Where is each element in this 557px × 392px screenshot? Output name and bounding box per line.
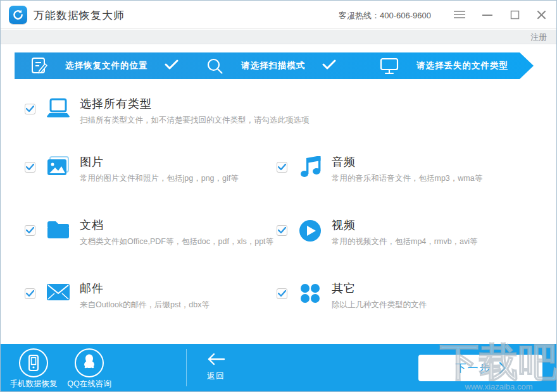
step-label: 选择恢复文件的位置 (65, 60, 148, 71)
close-icon[interactable] (534, 8, 548, 21)
phone-icon (27, 354, 40, 372)
service-hotline: 客服热线：400-606-9600 (339, 10, 431, 21)
back-label: 返回 (197, 371, 235, 382)
images-checkbox[interactable] (25, 162, 35, 173)
file-type-desc: 除以上几种文件类型的文件 (332, 300, 427, 310)
next-step-label: 下一步 (456, 361, 492, 376)
file-type-other[interactable]: 其它 除以上几种文件类型的文件 (277, 280, 427, 310)
file-type-desc: 扫描所有类型文件，如不清楚要找回的文件类型，请勾选此项选项 (80, 115, 310, 126)
footer-divider (186, 349, 187, 386)
file-type-email[interactable]: 邮件 来自Outlook的邮件，后缀pst，dbx等 (25, 280, 210, 310)
step-scan-mode: 请选择扫描模式 (181, 52, 353, 79)
qq-penguin-icon (81, 353, 97, 372)
file-type-video[interactable]: 视频 常用的视频文件，包括mp4，rmvb，avi等 (277, 217, 478, 247)
music-icon (297, 156, 323, 178)
file-type-title: 邮件 (80, 280, 210, 297)
file-type-panel: 选择所有类型 扫描所有类型文件，如不清楚要找回的文件类型，请勾选此项选项 图片 … (1, 79, 556, 344)
minimize-icon[interactable] (480, 8, 494, 21)
audio-checkbox[interactable] (277, 162, 287, 173)
maximize-icon[interactable] (508, 8, 522, 21)
title-bar: 万能数据恢复大师 客服热线：400-606-9600 (1, 1, 556, 29)
register-link[interactable]: 注册 (530, 32, 547, 43)
step-completed-check-icon (322, 59, 336, 72)
dots-grid-icon (297, 283, 323, 304)
phone-recovery-button[interactable] (19, 348, 48, 377)
file-type-desc: 文档类文件如Office,PDF等，包括doc，pdf，xls，ppt等 (80, 236, 273, 247)
file-type-audio[interactable]: 音频 常用的音乐和语音文件，包括mp3，wma等 (277, 154, 482, 184)
file-type-documents[interactable]: 文档 文档类文件如Office,PDF等，包括doc，pdf，xls，ppt等 (25, 217, 273, 247)
search-icon (206, 58, 223, 75)
file-type-title: 其它 (332, 280, 427, 297)
file-type-desc: 常用的视频文件，包括mp4，rmvb，avi等 (332, 236, 478, 247)
app-title: 万能数据恢复大师 (34, 8, 125, 23)
image-icon (46, 156, 71, 176)
documents-checkbox[interactable] (25, 225, 35, 236)
monitor-icon (380, 58, 399, 75)
file-type-title: 图片 (80, 154, 239, 170)
video-checkbox[interactable] (277, 225, 287, 236)
email-checkbox[interactable] (25, 288, 35, 299)
select-all-checkbox[interactable] (25, 104, 35, 114)
file-type-images[interactable]: 图片 常用的图片文件和照片，包括jpg，png，gif等 (25, 154, 239, 184)
step-completed-check-icon (165, 59, 178, 72)
step-separator-chevron (163, 1, 179, 27)
other-checkbox[interactable] (277, 288, 287, 299)
file-type-title: 音频 (332, 154, 482, 170)
app-window: 万能数据恢复大师 客服热线：400-606-9600 注册 (0, 0, 557, 392)
file-type-title: 视频 (332, 217, 478, 233)
mail-icon (46, 283, 71, 302)
laptop-icon (46, 98, 71, 118)
step-file-types: 请选择丢失的文件类型 (353, 52, 534, 79)
wizard-steps-bar: 选择恢复文件的位置 请选择扫描模式 (15, 52, 534, 79)
file-type-title: 选择所有类型 (80, 95, 310, 112)
step-select-location: 选择恢复文件的位置 (15, 52, 181, 79)
video-play-icon (297, 219, 323, 242)
app-logo-icon (9, 6, 27, 24)
sub-menu-bar: 注册 (1, 30, 556, 44)
step-label: 请选择扫描模式 (241, 60, 306, 71)
file-type-desc: 来自Outlook的邮件，后缀pst，dbx等 (80, 300, 210, 310)
file-type-desc: 常用的图片文件和照片，包括jpg，png，gif等 (80, 173, 239, 184)
qq-consult-label[interactable]: QQ在线咨询 (51, 379, 127, 389)
next-step-button[interactable]: 下一步 (418, 355, 542, 381)
step-separator-chevron (335, 1, 352, 27)
chevron-right-icon (499, 362, 506, 374)
file-type-title: 文档 (80, 217, 273, 233)
back-arrow-icon (206, 353, 225, 365)
file-type-desc: 常用的音乐和语音文件，包括mp3，wma等 (332, 173, 482, 184)
file-type-select-all[interactable]: 选择所有类型 扫描所有类型文件，如不清楚要找回的文件类型，请勾选此项选项 (25, 95, 310, 126)
step-label: 请选择丢失的文件类型 (416, 60, 508, 71)
qq-consult-button[interactable] (75, 348, 104, 377)
menu-icon[interactable] (453, 8, 466, 21)
footer-bar: 手机数据恢复 QQ在线咨询 返回 下一步 (1, 344, 556, 391)
back-button[interactable]: 返回 (197, 353, 235, 382)
folder-icon (46, 219, 71, 240)
document-edit-icon (31, 57, 47, 75)
